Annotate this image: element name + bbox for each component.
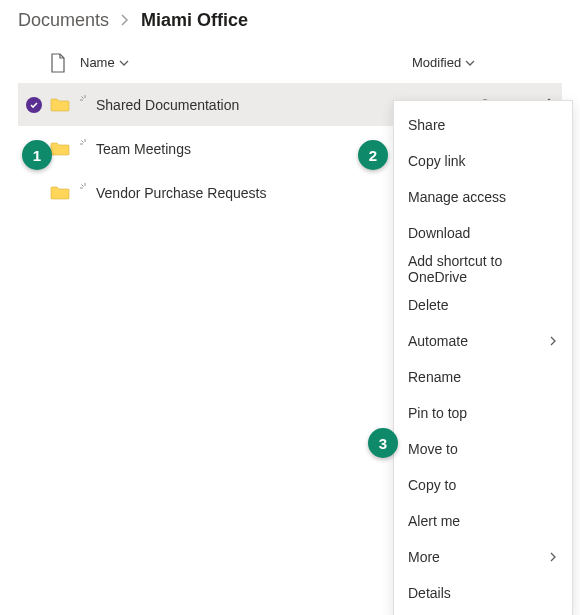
context-menu-item-label: Copy link (408, 153, 466, 169)
context-menu-item-label: Share (408, 117, 445, 133)
context-menu-item-label: Rename (408, 369, 461, 385)
row-select[interactable] (18, 97, 50, 113)
context-menu-item-label: Move to (408, 441, 458, 457)
context-menu-item[interactable]: Download (394, 215, 572, 251)
context-menu-item-label: Manage access (408, 189, 506, 205)
context-menu-item-label: Copy to (408, 477, 456, 493)
chevron-down-icon (119, 58, 129, 68)
row-type-icon (50, 185, 80, 201)
context-menu-item[interactable]: Share (394, 107, 572, 143)
row-name[interactable]: Vendor Purchase Requests (96, 185, 266, 201)
chevron-right-icon (548, 552, 558, 562)
link-indicator-icon (80, 183, 90, 193)
chevron-right-icon (548, 336, 558, 346)
context-menu-item-label: Pin to top (408, 405, 467, 421)
breadcrumb-root[interactable]: Documents (18, 10, 109, 31)
context-menu-item[interactable]: Manage access (394, 179, 572, 215)
chevron-right-icon (119, 10, 131, 31)
col-header-modified[interactable]: Modified (412, 55, 562, 70)
chevron-down-icon (465, 58, 475, 68)
context-menu-item-label: Alert me (408, 513, 460, 529)
context-menu-item-label: Details (408, 585, 451, 601)
context-menu-item[interactable]: Pin to top (394, 395, 572, 431)
context-menu-item[interactable]: Rename (394, 359, 572, 395)
context-menu-item-label: Delete (408, 297, 448, 313)
context-menu-item[interactable]: Move to (394, 431, 572, 467)
context-menu-item[interactable]: Details (394, 575, 572, 611)
context-menu-item[interactable]: Alert me (394, 503, 572, 539)
list-header: Name Modified (18, 43, 562, 83)
tutorial-callout: 1 (22, 140, 52, 170)
context-menu-item[interactable]: Automate (394, 323, 572, 359)
col-type-icon (50, 53, 80, 73)
folder-icon (50, 185, 70, 201)
context-menu: ShareCopy linkManage accessDownloadAdd s… (393, 100, 573, 615)
row-type-icon (50, 97, 80, 113)
folder-icon (50, 97, 70, 113)
context-menu-item-label: Add shortcut to OneDrive (408, 253, 558, 285)
svg-line-8 (82, 140, 84, 142)
tutorial-callout: 3 (368, 428, 398, 458)
row-name[interactable]: Shared Documentation (96, 97, 239, 113)
file-icon (50, 53, 66, 73)
context-menu-item[interactable]: Copy to (394, 467, 572, 503)
breadcrumb-current: Miami Office (141, 10, 248, 31)
col-header-name-label: Name (80, 55, 115, 70)
context-menu-item-label: Download (408, 225, 470, 241)
context-menu-item[interactable]: Delete (394, 287, 572, 323)
svg-line-11 (82, 184, 84, 186)
link-indicator-icon (80, 139, 90, 149)
link-indicator-icon (80, 95, 90, 105)
context-menu-item[interactable]: More (394, 539, 572, 575)
context-menu-item-label: More (408, 549, 440, 565)
col-header-name[interactable]: Name (80, 55, 129, 70)
context-menu-item[interactable]: Copy link (394, 143, 572, 179)
row-type-icon (50, 141, 80, 157)
folder-icon (50, 141, 70, 157)
row-name[interactable]: Team Meetings (96, 141, 191, 157)
context-menu-item-label: Automate (408, 333, 468, 349)
context-menu-item[interactable]: Add shortcut to OneDrive (394, 251, 572, 287)
breadcrumb: Documents Miami Office (0, 0, 580, 43)
col-header-modified-label: Modified (412, 55, 461, 70)
selected-check-icon[interactable] (26, 97, 42, 113)
tutorial-callout: 2 (358, 140, 388, 170)
svg-line-2 (82, 96, 84, 98)
